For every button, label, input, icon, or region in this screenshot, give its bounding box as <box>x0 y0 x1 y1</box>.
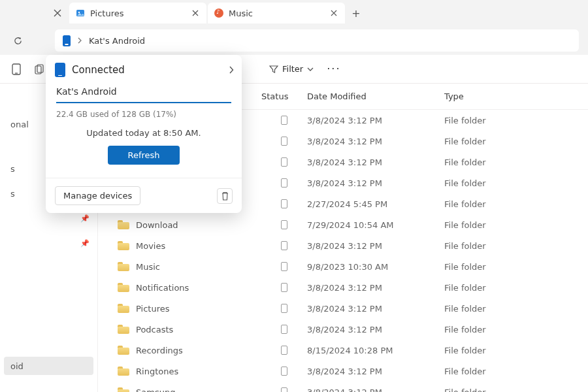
pin-icon: 📌 <box>80 239 90 248</box>
sidebar-item[interactable]: 📌 <box>4 234 93 252</box>
popup-header[interactable]: Connected <box>46 55 242 84</box>
table-row[interactable]: Download7/29/2024 10:54 AMFile folder <box>98 214 588 235</box>
phone-status-icon <box>281 262 287 271</box>
file-date: 3/8/2024 3:12 PM <box>307 304 444 314</box>
folder-icon <box>118 283 129 292</box>
phone-status-icon <box>281 325 287 334</box>
file-type: File folder <box>444 325 588 335</box>
filter-label: Filter <box>282 64 303 74</box>
close-icon[interactable] <box>46 0 69 26</box>
phone-status-icon <box>281 116 287 125</box>
address-bar[interactable]: Kat's Android <box>55 29 579 52</box>
phone-status-icon <box>281 367 287 376</box>
connection-status: Connected <box>72 64 222 76</box>
filter-icon <box>269 65 278 74</box>
phone-status-icon <box>281 199 287 208</box>
music-icon <box>214 8 223 18</box>
delete-icon[interactable] <box>217 188 233 204</box>
folder-icon <box>118 241 129 250</box>
sidebar-item-selected[interactable]: oid <box>4 357 93 375</box>
file-date: 3/8/2024 3:12 PM <box>307 387 444 393</box>
folder-icon <box>118 262 129 271</box>
table-row[interactable]: Notifications3/8/2024 3:12 PMFile folder <box>98 277 588 298</box>
phone-status-icon <box>281 283 287 292</box>
file-date: 3/8/2024 3:12 PM <box>307 116 444 125</box>
file-date: 3/8/2024 3:12 PM <box>307 157 444 167</box>
chevron-down-icon <box>307 67 314 72</box>
phone-status-icon <box>281 220 287 229</box>
file-date: 8/15/2024 10:28 PM <box>307 346 444 355</box>
phone-status-icon <box>281 157 287 167</box>
folder-icon <box>118 387 129 392</box>
tab-pictures[interactable]: Pictures <box>69 3 206 24</box>
col-type[interactable]: Type <box>444 91 588 101</box>
folder-icon <box>118 346 129 355</box>
last-updated: Updated today at 8:50 AM. <box>56 128 231 138</box>
table-row[interactable]: Ringtones3/8/2024 3:12 PMFile folder <box>98 361 588 382</box>
file-type: File folder <box>444 387 588 393</box>
svg-point-1 <box>78 12 80 13</box>
file-type: File folder <box>444 346 588 355</box>
phone-status-icon <box>281 346 287 355</box>
tab-label: Pictures <box>90 8 184 18</box>
tab-strip: Pictures Music + <box>0 0 588 26</box>
phone-icon <box>55 63 65 77</box>
table-row[interactable]: Pictures3/8/2024 3:12 PMFile folder <box>98 298 588 319</box>
file-name: Pictures <box>136 304 169 314</box>
tab-label: Music <box>229 8 323 18</box>
chevron-right-icon <box>77 37 82 44</box>
file-date: 3/8/2024 3:12 PM <box>307 241 444 251</box>
phone-icon <box>63 35 71 46</box>
file-name: Notifications <box>136 283 189 293</box>
chevron-right-icon <box>229 66 234 74</box>
file-date: 3/8/2024 3:12 PM <box>307 283 444 293</box>
breadcrumb-location: Kat's Android <box>89 36 145 46</box>
col-status[interactable]: Status <box>261 91 307 101</box>
file-type: File folder <box>444 241 588 251</box>
folder-icon <box>118 220 129 229</box>
more-button[interactable]: ··· <box>323 63 344 75</box>
phone-status-icon <box>281 241 287 250</box>
file-type: File folder <box>444 220 588 230</box>
file-name: Music <box>136 262 160 272</box>
file-date: 3/8/2024 3:12 PM <box>307 325 444 335</box>
filter-button[interactable]: Filter <box>264 61 319 76</box>
file-date: 3/8/2024 3:12 PM <box>307 137 444 146</box>
refresh-icon[interactable] <box>8 31 27 50</box>
file-name: Download <box>136 220 178 230</box>
file-type: File folder <box>444 262 588 272</box>
manage-devices-button[interactable]: Manage devices <box>55 186 140 205</box>
folder-icon <box>118 367 129 376</box>
close-icon[interactable] <box>328 10 340 16</box>
phone-status-icon <box>281 304 287 313</box>
phone-status-icon <box>281 178 287 188</box>
device-name: Kat's Android <box>56 86 231 103</box>
file-type: File folder <box>444 116 588 125</box>
file-name: Ringtones <box>136 367 178 376</box>
address-bar-row: Kat's Android <box>0 26 588 55</box>
file-type: File folder <box>444 178 588 188</box>
phone-outline-icon[interactable] <box>8 60 24 78</box>
folder-icon <box>118 304 129 313</box>
refresh-button[interactable]: Refresh <box>108 146 179 165</box>
close-icon[interactable] <box>189 10 201 16</box>
file-type: File folder <box>444 199 588 209</box>
file-date: 9/8/2023 10:30 AM <box>307 262 444 272</box>
pin-icon: 📌 <box>80 214 90 223</box>
table-row[interactable]: Movies3/8/2024 3:12 PMFile folder <box>98 235 588 256</box>
file-name: Movies <box>136 241 165 251</box>
file-name: Podcasts <box>136 325 173 335</box>
phone-status-icon <box>281 387 287 392</box>
table-row[interactable]: Recordings8/15/2024 10:28 PMFile folder <box>98 340 588 361</box>
file-type: File folder <box>444 304 588 314</box>
copy-icon[interactable] <box>31 60 47 78</box>
col-date[interactable]: Date Modified <box>307 91 444 101</box>
table-row[interactable]: Podcasts3/8/2024 3:12 PMFile folder <box>98 319 588 340</box>
file-type: File folder <box>444 137 588 146</box>
file-date: 2/27/2024 5:45 PM <box>307 199 444 209</box>
table-row[interactable]: Samsung3/8/2024 3:12 PMFile folder <box>98 382 588 392</box>
table-row[interactable]: Music9/8/2023 10:30 AMFile folder <box>98 256 588 277</box>
new-tab-button[interactable]: + <box>346 3 366 23</box>
tab-music[interactable]: Music <box>208 3 345 24</box>
folder-icon <box>118 325 129 334</box>
